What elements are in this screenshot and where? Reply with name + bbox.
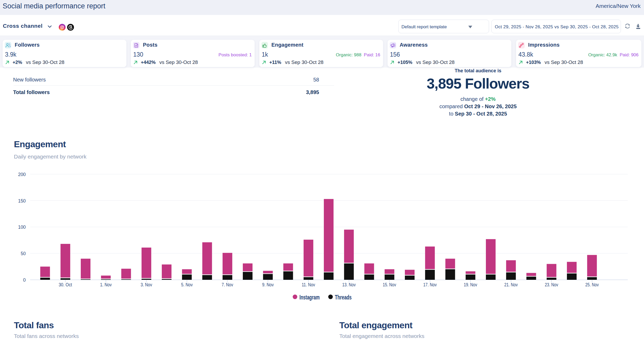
svg-text:Instagram: Instagram <box>299 294 320 301</box>
svg-text:1. Nov: 1. Nov <box>100 282 112 287</box>
svg-text:100: 100 <box>18 224 26 230</box>
svg-text:150: 150 <box>18 198 26 204</box>
svg-text:21. Nov: 21. Nov <box>504 282 518 287</box>
svg-text:23. Nov: 23. Nov <box>545 282 558 287</box>
svg-text:15. Nov: 15. Nov <box>383 282 396 287</box>
svg-text:13. Nov: 13. Nov <box>342 282 356 287</box>
svg-text:200: 200 <box>18 172 26 177</box>
svg-text:11. Nov: 11. Nov <box>302 282 315 287</box>
svg-text:5. Nov: 5. Nov <box>181 282 193 287</box>
svg-text:9. Nov: 9. Nov <box>262 282 274 287</box>
svg-text:7. Nov: 7. Nov <box>222 282 233 287</box>
svg-text:25. Nov: 25. Nov <box>585 282 599 287</box>
svg-text:30. Oct: 30. Oct <box>59 282 72 287</box>
svg-text:3. Nov: 3. Nov <box>141 282 152 287</box>
svg-text:Threads: Threads <box>335 294 352 301</box>
svg-text:50: 50 <box>21 251 26 256</box>
svg-text:0: 0 <box>23 277 26 283</box>
svg-text:17. Nov: 17. Nov <box>423 282 437 287</box>
svg-text:19. Nov: 19. Nov <box>464 282 477 287</box>
